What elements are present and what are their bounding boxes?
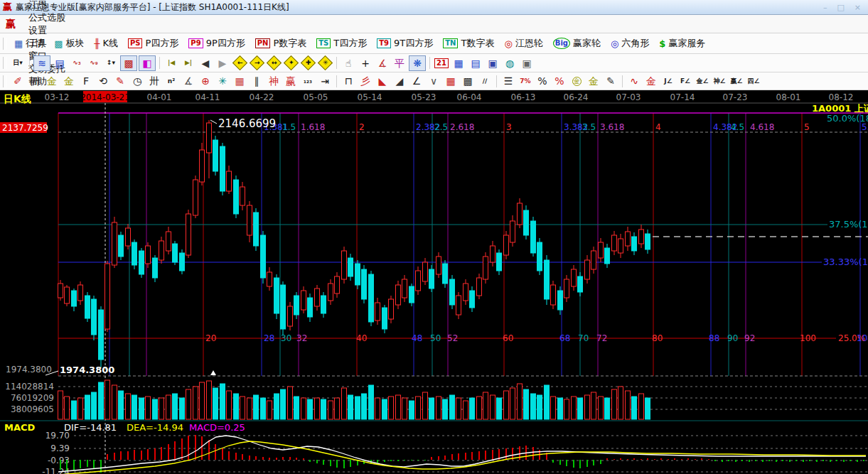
candle-narrow-dropdown[interactable]: ↕▾ [103,56,119,70]
bar-count-label: 100 [800,333,816,343]
grid-dense-button[interactable]: ▦ [443,74,459,88]
quotes-button[interactable]: ▦行情 [9,33,49,53]
e-chart-button[interactable]: ☰ [500,74,516,88]
wave-9-button[interactable]: ∿₉ [86,56,102,70]
a-wave-button[interactable]: ∿ [626,74,642,88]
pattern-red-button[interactable]: ▩ [120,55,137,71]
win-grid-button[interactable]: 赢 [283,74,299,88]
box-grid-button[interactable]: ▦ [232,74,247,88]
pan-right-button[interactable]: → [249,56,264,70]
chart-area[interactable]: 03-122014-03-2104-0104-1104-2205-0505-14… [0,90,868,474]
percent-line-button[interactable]: % [552,74,567,88]
smart-analyze-button[interactable]: ❋ [409,55,426,71]
fan-box-2-button[interactable]: ◢ [392,74,407,88]
target-cross-button[interactable]: ⊕ [198,74,213,88]
span-arrow-button[interactable]: ⇥ [317,74,333,88]
winner-wheel-button[interactable]: Big赢家轮 [548,33,606,53]
angle-a-button[interactable]: ∡ [181,74,196,88]
fan-box-button[interactable]: ◣ [375,74,390,88]
gold-line-button[interactable]: 金 [586,74,601,88]
gold-circle-button[interactable]: 金 [569,74,584,88]
candlestick [200,150,205,182]
kline-style-dropdown[interactable]: 日▾ [10,56,26,70]
sectors-button[interactable]: ▩板块 [49,33,89,53]
seven-pct-button[interactable]: 7% [518,74,533,88]
fan-lines-button[interactable]: 彡 [358,74,373,88]
ruler-2-button[interactable]: 卅 [146,74,162,88]
nav-last-button[interactable]: ▶| [181,56,196,70]
gold-box-button[interactable]: 金 [643,74,659,88]
nav-prev-button[interactable]: ◀ [198,56,213,70]
9t-square-button[interactable]: T99T四方形 [372,33,438,53]
zoom-all-button[interactable]: ✚ [300,56,316,70]
f-ruler-button[interactable]: F [78,74,94,88]
nav-next-button[interactable]: ▶ [215,56,230,70]
hand-tool-button[interactable]: ☝ [341,56,356,70]
angle-a-icon: ∡ [184,76,193,86]
star-grid-button[interactable]: ✳ [215,74,230,88]
zoom-v-button[interactable]: ✦ [283,56,299,70]
minimize-button[interactable]: – [823,3,827,12]
multi-line-button[interactable]: ∕∕ [477,74,493,88]
nav-first-button[interactable]: |◀ [164,56,179,70]
menu-item-4[interactable]: 公式选股 [21,11,73,24]
knife-tool-button[interactable]: ✎ [112,74,128,88]
shen-angle-button[interactable]: 神∠ [712,74,727,88]
spiral-tool-button[interactable]: ⟲ [95,74,111,88]
brush-tool-button[interactable]: ✐ [10,74,26,88]
p-square-button[interactable]: PSP四方形 [123,33,183,53]
menu-item-3[interactable]: 江恩 [21,0,73,11]
info-document-button[interactable]: ▤ [52,56,68,70]
zoom-fit-button[interactable]: ✳ [317,56,333,70]
f-angle-button[interactable]: F∠ [677,74,693,88]
grid-123-button[interactable]: ₁₂₃ [300,74,316,88]
p-number-table-button[interactable]: PNP数字表 [250,33,312,53]
kline-chart-svg[interactable]: 03-122014-03-2104-0104-1104-2205-0505-14… [0,90,868,474]
9p-square-button[interactable]: P99P四方形 [183,33,250,53]
kline-button[interactable]: ╫K线 [90,33,123,53]
calculator-button[interactable]: ▦ [451,56,466,70]
crosshair-tool-button[interactable]: + [358,56,373,70]
volume-bar [497,398,502,419]
wave-3-button[interactable]: ∿₃ [69,56,85,70]
pan-left-button[interactable]: ← [232,56,247,70]
flat-tool-button[interactable]: 平 [392,56,407,70]
zoom-h-button[interactable]: ↔ [266,56,282,70]
notes-button[interactable]: ▤ [468,56,483,70]
save-button[interactable]: ▣ [485,56,500,70]
v-wave-button[interactable]: ∨ [426,74,441,88]
t-number-table-button[interactable]: TNT数字表 [438,33,499,53]
n-square-button[interactable]: n² [164,74,179,88]
pencil-angle-button[interactable]: ✎ [603,74,618,88]
hexagon-button[interactable]: ◎六角形 [606,33,654,53]
gold-ruler-b-button[interactable]: 金 [61,74,77,88]
candlestick [301,291,306,310]
gann-wheel-button[interactable]: ◎江恩轮 [499,33,547,53]
t-square-button[interactable]: TST四方形 [311,33,372,53]
save-remote-button[interactable]: ◍ [502,56,518,70]
angle-lines-button[interactable]: ∠ [409,74,424,88]
gold-angle-button[interactable]: 金∠ [695,74,710,88]
gold-line-icon: 金 [589,76,599,86]
winner-service-button[interactable]: $赢家服务 [654,33,710,53]
color-histogram-button[interactable]: ◧ [139,55,156,71]
marker-tool-button[interactable]: ∥ [249,74,264,88]
shen-grid-button[interactable]: 神 [266,74,282,88]
close-button[interactable]: × [854,3,861,12]
percent-button[interactable]: % [535,74,550,88]
frame-tool-button[interactable]: ⊓ [341,74,356,88]
gann-ruler-button[interactable]: 卌 [27,74,43,88]
gann-wheel-label: 江恩轮 [515,37,543,50]
wave-pattern-button[interactable]: ≋ [33,55,50,71]
time-cycle-button[interactable]: ◷ [129,74,145,88]
angle-measure-button[interactable]: ∡ [375,56,390,70]
win-angle-button[interactable]: 赢∠ [729,74,744,88]
volume-bar [537,395,542,419]
j-angle-button[interactable]: J∠ [660,74,676,88]
workstation-button[interactable]: ▣ [519,56,535,70]
grid-dark-button[interactable]: ▩ [460,74,476,88]
four-angle-button[interactable]: 四∠ [746,74,761,88]
gold-ruler-a-button[interactable]: 金 [44,74,60,88]
calendar-button[interactable]: 21 [434,56,449,70]
maximize-button[interactable]: □ [837,3,844,12]
